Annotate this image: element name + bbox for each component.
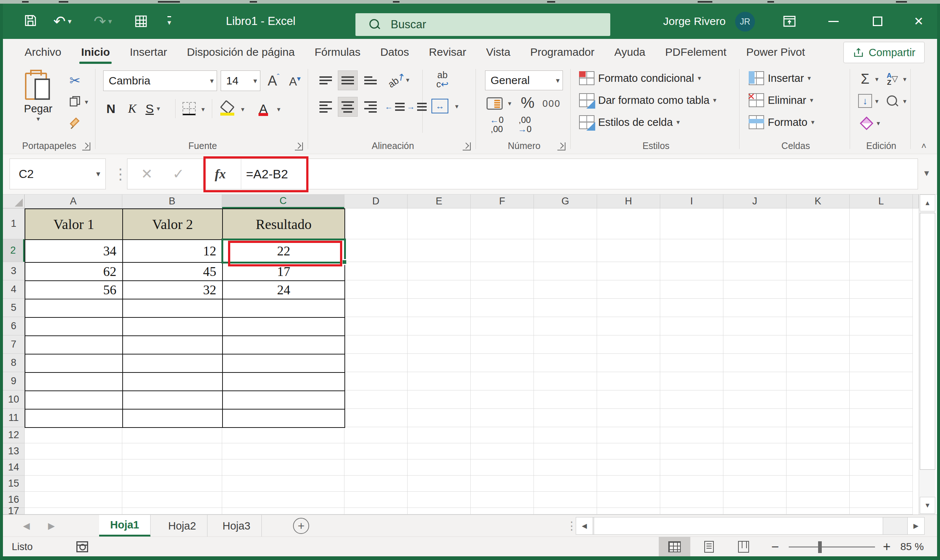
- cell-J17[interactable]: [723, 508, 786, 514]
- cell-D15[interactable]: [344, 475, 408, 492]
- italic-button[interactable]: K: [124, 99, 141, 118]
- cell-I8[interactable]: [660, 354, 723, 372]
- cell-J16[interactable]: [723, 492, 786, 508]
- cell-D17[interactable]: [344, 508, 408, 514]
- share-button[interactable]: Compartir: [843, 42, 925, 63]
- cell-A9[interactable]: [25, 372, 123, 391]
- cell-F12[interactable]: [471, 427, 534, 443]
- cell-A6[interactable]: [25, 317, 123, 336]
- cell-G3[interactable]: [534, 262, 597, 280]
- row-header-10[interactable]: 10: [3, 391, 25, 409]
- cell-F14[interactable]: [471, 460, 534, 475]
- cancel-button[interactable]: ✕: [132, 158, 162, 189]
- save-button[interactable]: [18, 4, 43, 39]
- conditional-formatting-button[interactable]: Formato condicional ▾: [579, 71, 701, 85]
- cell-I3[interactable]: [660, 262, 723, 280]
- cell-K7[interactable]: [786, 335, 850, 354]
- name-box-dropdown-icon[interactable]: ▾: [96, 169, 100, 179]
- paste-button[interactable]: Pegar ▾: [16, 70, 60, 128]
- column-header-A[interactable]: A: [25, 194, 122, 208]
- cell-I16[interactable]: [660, 492, 723, 508]
- cell-I1[interactable]: [660, 208, 723, 239]
- find-dropdown-icon[interactable]: ▾: [901, 95, 908, 107]
- copy-dropdown-icon[interactable]: ▾: [85, 98, 88, 106]
- cell-C8[interactable]: [222, 354, 345, 373]
- increase-font-size-button[interactable]: Aˆ: [263, 71, 284, 90]
- close-button[interactable]: ✕: [900, 4, 937, 39]
- cell-K11[interactable]: [786, 409, 850, 427]
- column-header-E[interactable]: E: [408, 194, 471, 208]
- select-all-button[interactable]: [3, 194, 25, 208]
- cell-C10[interactable]: [222, 391, 345, 409]
- align-right-button[interactable]: [361, 98, 380, 115]
- cell-J10[interactable]: [723, 391, 786, 409]
- cell-B3[interactable]: 45: [122, 262, 223, 281]
- accounting-format-button[interactable]: [485, 95, 504, 112]
- cell-H5[interactable]: [597, 299, 660, 317]
- search-input[interactable]: Buscar: [356, 13, 610, 36]
- fill-handle[interactable]: [342, 259, 347, 265]
- cell-I10[interactable]: [660, 391, 723, 409]
- zoom-out-button[interactable]: −: [766, 537, 784, 557]
- cell-E3[interactable]: [408, 262, 471, 280]
- clipboard-dialog-launcher-icon[interactable]: [82, 142, 90, 151]
- column-header-C[interactable]: C: [222, 194, 344, 208]
- increase-decimal-button[interactable]: ←0,00: [485, 115, 509, 134]
- cell-A2[interactable]: 34: [25, 239, 123, 263]
- format-cells-button[interactable]: Formato ▾: [749, 115, 814, 129]
- cell-L11[interactable]: [850, 409, 913, 427]
- column-header-J[interactable]: J: [723, 194, 786, 208]
- cell-L17[interactable]: [850, 508, 913, 514]
- number-dialog-launcher-icon[interactable]: [557, 142, 566, 151]
- cell-L9[interactable]: [850, 372, 913, 391]
- font-color-button[interactable]: A: [254, 99, 272, 118]
- cell-B6[interactable]: [122, 317, 223, 336]
- vertical-scrollbar[interactable]: ▲ ▼: [919, 194, 935, 514]
- cell-G12[interactable]: [534, 427, 597, 443]
- font-color-dropdown-icon[interactable]: ▾: [274, 103, 283, 115]
- cell-F16[interactable]: [471, 492, 534, 508]
- cell-G8[interactable]: [534, 354, 597, 372]
- cell-I13[interactable]: [660, 443, 723, 460]
- cell-C12[interactable]: [222, 427, 344, 443]
- format-as-table-button[interactable]: Dar formato como tabla ▾: [579, 93, 717, 107]
- cell-H4[interactable]: [597, 280, 660, 299]
- cell-K13[interactable]: [786, 443, 850, 460]
- cell-L3[interactable]: [850, 262, 913, 280]
- cell-E1[interactable]: [408, 208, 471, 239]
- cell-I4[interactable]: [660, 280, 723, 299]
- cell-J2[interactable]: [723, 239, 786, 262]
- cell-A7[interactable]: [25, 335, 123, 354]
- enter-button[interactable]: ✓: [164, 158, 193, 189]
- row-header-8[interactable]: 8: [3, 354, 25, 372]
- cell-F7[interactable]: [471, 335, 534, 354]
- comma-style-button[interactable]: 000: [539, 96, 564, 111]
- cell-H2[interactable]: [597, 239, 660, 262]
- cell-I2[interactable]: [660, 239, 723, 262]
- cell-D8[interactable]: [344, 354, 408, 372]
- row-header-11[interactable]: 11: [3, 409, 25, 427]
- cell-H15[interactable]: [597, 475, 660, 492]
- cell-D2[interactable]: [344, 239, 408, 262]
- cell-A12[interactable]: [25, 427, 122, 443]
- cell-E7[interactable]: [408, 335, 471, 354]
- cell-B12[interactable]: [122, 427, 222, 443]
- sheet-tab-hoja3[interactable]: Hoja3: [211, 515, 262, 537]
- cell-I12[interactable]: [660, 427, 723, 443]
- font-size-select[interactable]: 14 ▾: [221, 71, 260, 91]
- ribbon-tab-power-pivot[interactable]: Power Pivot: [736, 39, 815, 65]
- row-header-5[interactable]: 5: [3, 299, 25, 317]
- cell-D4[interactable]: [344, 280, 408, 299]
- column-header-F[interactable]: F: [471, 194, 534, 208]
- cell-H11[interactable]: [597, 409, 660, 427]
- cell-D16[interactable]: [344, 492, 408, 508]
- name-box[interactable]: C2 ▾: [9, 158, 106, 189]
- cell-H6[interactable]: [597, 317, 660, 335]
- cell-F5[interactable]: [471, 299, 534, 317]
- cell-K4[interactable]: [786, 280, 850, 299]
- minimize-button[interactable]: [815, 4, 852, 39]
- cell-A15[interactable]: [25, 475, 122, 492]
- cell-B8[interactable]: [122, 354, 223, 373]
- cell-K15[interactable]: [786, 475, 850, 492]
- undo-button[interactable]: ↶ ▾: [47, 4, 78, 39]
